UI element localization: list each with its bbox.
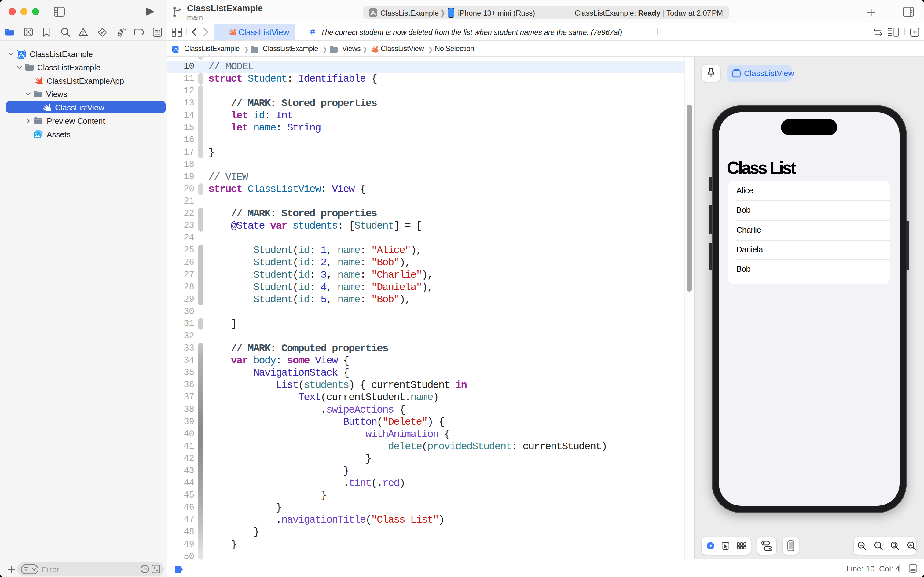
- svg-text:1: 1: [877, 543, 879, 547]
